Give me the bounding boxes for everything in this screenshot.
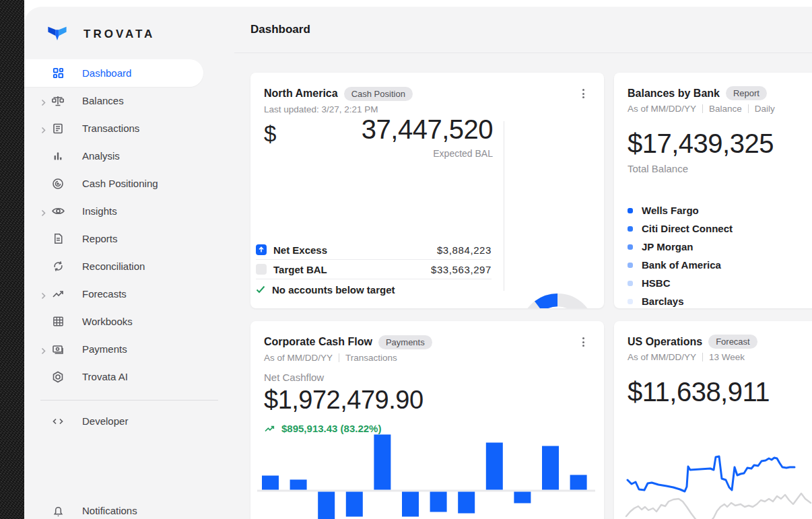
brand: TROVATA xyxy=(24,7,234,57)
net-cashflow-bar-chart xyxy=(250,429,604,519)
total-balance-value: $17,439,325 xyxy=(628,129,812,159)
brand-name: TROVATA xyxy=(83,28,155,41)
row-label: Target BAL xyxy=(273,264,327,275)
sidebar-item-label: Reconciliation xyxy=(82,261,145,272)
sidebar-item-analysis[interactable]: Analysis xyxy=(24,142,234,170)
legend-item: JP Morgan xyxy=(628,238,812,256)
net-cashflow-label: Net Cashflow xyxy=(264,372,590,383)
payments-icon xyxy=(50,342,65,357)
sidebar-item-trovata-ai[interactable]: Trovata AI xyxy=(24,363,234,390)
currency-symbol: $ xyxy=(264,121,276,147)
meta-daily: Daily xyxy=(755,104,775,114)
sidebar-item-cash-positioning[interactable]: Cash Positioning xyxy=(24,170,234,197)
sidebar-item-label: Payments xyxy=(82,343,127,355)
bank-name: Citi Direct Connect xyxy=(642,223,733,234)
sidebar-item-reconciliation[interactable]: Reconciliation xyxy=(24,252,234,280)
expected-balance-label: Expected BAL xyxy=(264,148,493,159)
forecast-value: $11,638,911 xyxy=(628,377,812,407)
meta-13-week: 13 Week xyxy=(709,352,745,362)
target-swatch-icon xyxy=(256,264,267,275)
divider xyxy=(748,104,749,113)
bank-name: HSBC xyxy=(642,277,671,289)
sidebar-item-transactions[interactable]: Transactions xyxy=(24,114,234,142)
card-us-operations: US Operations Forecast As of MM/DD/YY 13… xyxy=(614,321,812,519)
desktop-background-strip xyxy=(0,0,24,519)
transactions-icon xyxy=(50,121,65,136)
sidebar-item-label: Forecasts xyxy=(82,288,127,300)
cash-positioning-icon xyxy=(50,176,65,191)
bank-name: Bank of America xyxy=(642,259,721,271)
chevron-right-icon[interactable] xyxy=(41,207,46,215)
arrow-up-icon xyxy=(256,244,267,255)
trovata-logo-icon xyxy=(46,24,69,44)
sidebar-item-label: Analysis xyxy=(82,150,120,162)
bank-legend: Wells Fargo Citi Direct Connect JP Morga… xyxy=(628,201,812,308)
status-text: No accounts below target xyxy=(272,284,395,296)
sidebar-item-reports[interactable]: Reports xyxy=(24,225,234,252)
card-type-badge: Cash Position xyxy=(344,87,413,101)
expected-balance-value: 37,447,520 xyxy=(362,114,493,145)
forecast-line-chart xyxy=(614,431,812,519)
sidebar-item-developer[interactable]: Developer xyxy=(24,407,234,435)
dashboard-icon xyxy=(50,66,65,81)
page-title: Dashboard xyxy=(250,23,310,36)
legend-item: Barclays xyxy=(628,292,812,308)
legend-item: Wells Fargo xyxy=(628,201,812,219)
legend-item: Citi Direct Connect xyxy=(628,219,812,238)
card-type-badge: Report xyxy=(726,86,767,100)
sidebar-item-dashboard[interactable]: Dashboard xyxy=(24,59,203,87)
sidebar: TROVATA Dashboard xyxy=(24,7,234,519)
sidebar-item-balances[interactable]: Balances xyxy=(24,87,234,114)
sidebar-item-notifications[interactable]: Notifications xyxy=(24,497,234,519)
card-type-badge: Payments xyxy=(378,335,432,349)
sidebar-item-label: Developer xyxy=(82,415,128,427)
kebab-menu-icon[interactable] xyxy=(576,335,590,349)
workbooks-icon xyxy=(50,314,65,329)
kebab-menu-icon[interactable] xyxy=(576,86,590,101)
card-corporate-cash-flow: Corporate Cash Flow Payments As of MM/DD… xyxy=(250,321,604,519)
legend-dot xyxy=(628,281,633,286)
chevron-right-icon[interactable] xyxy=(41,125,46,132)
card-title: Balances by Bank xyxy=(628,88,720,100)
forecasts-icon xyxy=(50,287,65,302)
sidebar-item-label: Balances xyxy=(82,95,124,106)
app-window: TROVATA Dashboard xyxy=(24,7,812,519)
table-row-net-excess: Net Excess $3,884,223 xyxy=(256,240,492,260)
legend-dot xyxy=(628,263,633,268)
cash-position-donut-chart xyxy=(520,293,595,308)
sidebar-item-label: Cash Positioning xyxy=(82,178,158,189)
sidebar-nav: Dashboard Balances xyxy=(24,59,234,435)
last-updated: Last updated: 3/27, 2:21 PM xyxy=(264,104,378,114)
analysis-icon xyxy=(50,149,65,164)
net-cashflow-value: $1,972,479.90 xyxy=(264,386,590,415)
row-value: $33,563,297 xyxy=(431,264,492,275)
row-value: $3,884,223 xyxy=(437,244,492,256)
card-title: Corporate Cash Flow xyxy=(264,336,372,348)
sidebar-item-label: Workbooks xyxy=(82,316,133,327)
table-row-target-bal: Target BAL $33,563,297 xyxy=(256,260,492,279)
chevron-right-icon[interactable] xyxy=(41,97,46,104)
main-content: Dashboard North America Cash Position La… xyxy=(234,7,812,519)
sidebar-item-forecasts[interactable]: Forecasts xyxy=(24,280,234,308)
sidebar-item-label: Insights xyxy=(82,205,117,217)
chevron-right-icon[interactable] xyxy=(41,290,46,298)
card-balances-by-bank: Balances by Bank Report As of MM/DD/YY B… xyxy=(614,73,812,308)
card-north-america: North America Cash Position Last updated… xyxy=(250,73,604,308)
chevron-right-icon[interactable] xyxy=(41,345,46,353)
sidebar-item-insights[interactable]: Insights xyxy=(24,197,234,225)
sidebar-item-label: Dashboard xyxy=(82,67,131,79)
insights-icon xyxy=(50,204,65,219)
meta-transactions: Transactions xyxy=(345,353,397,363)
legend-dot xyxy=(628,226,633,232)
reports-icon xyxy=(50,232,65,246)
sidebar-item-label: Trovata AI xyxy=(82,371,128,382)
legend-item: HSBC xyxy=(628,274,812,292)
sidebar-item-payments[interactable]: Payments xyxy=(24,335,234,363)
legend-item: Bank of America xyxy=(628,256,812,274)
trovata-ai-icon xyxy=(50,370,65,384)
bank-name: Wells Fargo xyxy=(642,205,699,216)
meta-as-of: As of MM/DD/YY xyxy=(264,353,333,363)
sidebar-item-workbooks[interactable]: Workbooks xyxy=(24,308,234,335)
sidebar-divider xyxy=(40,400,218,401)
card-title: North America xyxy=(264,88,338,100)
